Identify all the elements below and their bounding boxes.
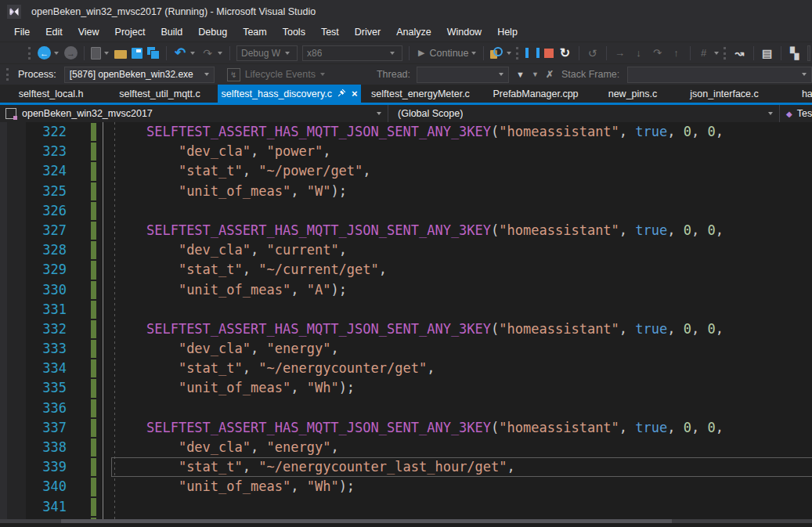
- toolbar-grip[interactable]: [6, 68, 9, 81]
- menu-build[interactable]: Build: [153, 23, 190, 42]
- code-text[interactable]: "unit_of_meas", "Wh");: [114, 378, 355, 398]
- chevron-down-icon[interactable]: [218, 52, 222, 55]
- solution-platform-dropdown[interactable]: x86: [302, 45, 402, 61]
- thread-dropdown[interactable]: [417, 67, 509, 83]
- restart-icon[interactable]: ↻: [558, 46, 572, 60]
- break-all-icon[interactable]: [525, 48, 540, 58]
- toggle-thread-flag-icon[interactable]: ✗: [546, 69, 554, 80]
- menu-window[interactable]: Window: [439, 23, 489, 42]
- tab-json_interface.c[interactable]: json_interface.c: [674, 85, 774, 103]
- attach-to-process-icon[interactable]: [490, 46, 503, 60]
- process-dropdown[interactable]: [5876] openBeken_win32.exe: [64, 67, 215, 83]
- menu-file[interactable]: File: [6, 23, 38, 42]
- tab-has[interactable]: has: [774, 85, 812, 103]
- tab-new_pins.c[interactable]: new_pins.c: [591, 85, 674, 103]
- undo-icon[interactable]: ↶: [173, 46, 187, 60]
- code-line: 337 SELFTEST_ASSERT_HAS_MQTT_JSON_SENT_A…: [0, 418, 812, 438]
- toolbar-grip[interactable]: [28, 47, 31, 60]
- save-all-icon[interactable]: [147, 47, 160, 60]
- code-text[interactable]: "stat_t", "~/power/get",: [114, 161, 371, 181]
- menu-analyze[interactable]: Analyze: [388, 23, 438, 42]
- code-text[interactable]: SELFTEST_ASSERT_HAS_MQTT_JSON_SENT_ANY_3…: [114, 221, 724, 240]
- toolbar-grip[interactable]: [724, 47, 726, 60]
- horizontal-scrollbar[interactable]: [0, 519, 812, 523]
- menu-debug[interactable]: Debug: [190, 23, 235, 42]
- code-token: ,: [667, 321, 683, 337]
- save-icon[interactable]: [132, 48, 143, 59]
- code-text[interactable]: "dev_cla", "current",: [114, 240, 347, 260]
- code-text[interactable]: SELFTEST_ASSERT_HAS_MQTT_JSON_SENT_ANY_3…: [114, 418, 724, 438]
- code-editor[interactable]: 322 SELFTEST_ASSERT_HAS_MQTT_JSON_SENT_A…: [0, 122, 812, 523]
- redo-icon[interactable]: ↷: [200, 46, 215, 60]
- code-text[interactable]: "stat_t", "~/current/get",: [114, 260, 387, 280]
- chevron-down-icon[interactable]: [54, 52, 59, 55]
- code-text[interactable]: SELFTEST_ASSERT_HAS_MQTT_JSON_SENT_ANY_3…: [114, 122, 724, 142]
- filter-funnel-icon[interactable]: ▼: [516, 70, 525, 79]
- lifecycle-events-label: Lifecycle Events: [245, 69, 316, 80]
- navigate-forward-icon[interactable]: →: [64, 46, 78, 60]
- menu-view[interactable]: View: [70, 23, 107, 42]
- tab-selftest_util_mqtt.c[interactable]: selftest_util_mqtt.c: [102, 85, 218, 103]
- step-out-icon[interactable]: ↑: [669, 46, 684, 60]
- scrollbar-thumb[interactable]: [61, 519, 672, 523]
- tab-selftest_local.h[interactable]: selftest_local.h: [0, 85, 102, 103]
- member-dropdown[interactable]: ◆ Test_V: [780, 108, 812, 119]
- change-bar: [91, 320, 96, 338]
- code-token: );: [339, 380, 355, 395]
- step-into-icon[interactable]: ↓: [632, 46, 646, 60]
- refresh-app-icon[interactable]: ↺: [586, 46, 600, 60]
- menu-tools[interactable]: Tools: [275, 23, 313, 42]
- change-bar: [91, 340, 96, 358]
- tab-selftest_hass_discovery.c[interactable]: selftest_hass_discovery.c×: [218, 85, 361, 103]
- menu-help[interactable]: Help: [489, 23, 525, 42]
- solution-configuration-dropdown[interactable]: Debug W: [236, 45, 298, 61]
- menu-driver[interactable]: Driver: [347, 23, 388, 42]
- toolbar-search-input[interactable]: [807, 45, 810, 61]
- step-over-icon[interactable]: ↷: [651, 46, 665, 60]
- navigate-backward-icon[interactable]: ←: [38, 46, 51, 60]
- change-bar: [91, 379, 96, 397]
- continue-button[interactable]: ▶Continue: [418, 48, 469, 59]
- document-tab-bar: selftest_local.hselftest_util_mqtt.cself…: [0, 85, 812, 103]
- pin-icon[interactable]: [337, 88, 346, 99]
- code-text[interactable]: "dev_cla", "power",: [114, 142, 330, 161]
- scope-dropdown[interactable]: (Global Scope): [388, 105, 780, 122]
- code-text[interactable]: "stat_t", "~/energycounter/get",: [114, 359, 435, 378]
- chevron-down-icon[interactable]: [471, 52, 476, 55]
- toolbar-grip[interactable]: [516, 47, 518, 60]
- code-token: ,: [251, 439, 266, 455]
- menu-team[interactable]: Team: [235, 23, 275, 42]
- code-text[interactable]: "unit_of_meas", "W");: [114, 182, 347, 201]
- tab-selftest_energyMeter.c[interactable]: selftest_energyMeter.c: [361, 85, 480, 103]
- menu-test[interactable]: Test: [313, 23, 347, 42]
- menu-edit[interactable]: Edit: [38, 23, 70, 42]
- code-token: [114, 222, 146, 238]
- chevron-down-icon[interactable]: [507, 52, 511, 55]
- code-text[interactable]: SELFTEST_ASSERT_HAS_MQTT_JSON_SENT_ANY_3…: [114, 319, 724, 339]
- stop-debugging-icon[interactable]: [544, 49, 554, 58]
- menu-project[interactable]: Project: [107, 23, 153, 42]
- close-icon[interactable]: ×: [352, 88, 358, 99]
- code-text[interactable]: "unit_of_meas", "Wh");: [114, 477, 355, 496]
- show-next-statement-icon[interactable]: →: [613, 46, 627, 60]
- chevron-down-icon[interactable]: [714, 52, 719, 55]
- chevron-down-icon[interactable]: [104, 52, 109, 55]
- tab-PrefabManager.cpp[interactable]: PrefabManager.cpp: [480, 85, 591, 103]
- code-text[interactable]: "unit_of_meas", "A");: [114, 280, 347, 300]
- stack-frame-dropdown[interactable]: [627, 67, 812, 83]
- code-text[interactable]: "stat_t", "~/energycounter_last_hour/get…: [114, 457, 515, 477]
- new-file-icon[interactable]: [91, 47, 101, 60]
- filter-flagged-threads-icon[interactable]: ▼: [532, 70, 539, 78]
- chevron-down-icon[interactable]: [190, 52, 195, 55]
- lifecycle-events-dropdown[interactable]: ↯ Lifecycle Events: [227, 68, 325, 81]
- project-dropdown[interactable]: openBeken_win32_mvsc2017: [22, 105, 388, 122]
- output-window-icon[interactable]: ▤: [760, 46, 774, 60]
- open-file-icon[interactable]: [114, 50, 127, 59]
- code-text[interactable]: "dev_cla", "energy",: [114, 339, 339, 359]
- application-insights-icon[interactable]: ▚: [788, 46, 802, 60]
- code-text[interactable]: "dev_cla", "energy",: [114, 438, 339, 457]
- show-threads-in-source-icon[interactable]: ↝: [733, 46, 747, 60]
- hex-display-icon[interactable]: #: [697, 46, 711, 60]
- code-token: ,: [323, 143, 330, 159]
- line-number: 331: [0, 300, 67, 319]
